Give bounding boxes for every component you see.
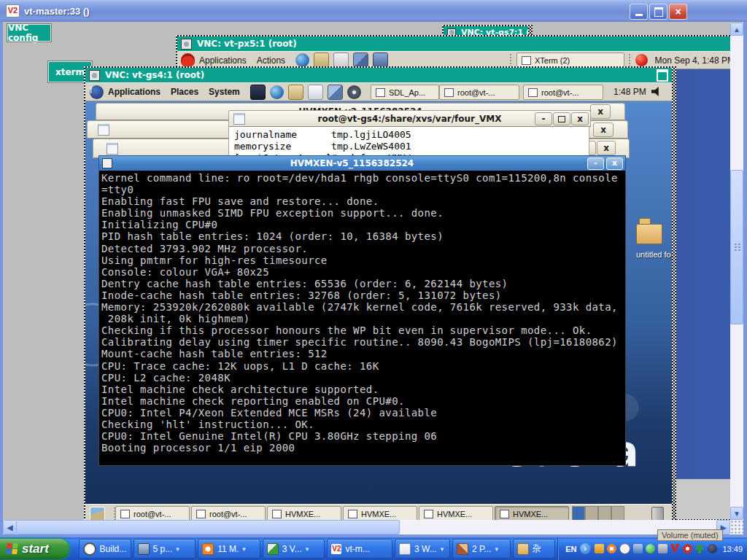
email-icon[interactable] [288, 85, 303, 100]
taskbar-item-hvmxe-2[interactable]: HVMXE... [343, 506, 417, 521]
trash-icon[interactable] [651, 507, 664, 521]
hvmxen-v2-close-button[interactable]: x [590, 104, 611, 119]
task-window-icon [376, 88, 385, 97]
vertical-scrollbar[interactable]: ▲ ▼ [730, 23, 743, 520]
taskbar-button-3w[interactable]: 3 W... ▾ [395, 539, 450, 559]
taskbar-button-folder[interactable]: 杂 [513, 539, 556, 559]
vnc-px5-titlebar[interactable]: VNC: vt-px5:1 (root) [177, 36, 735, 51]
gs4-task-root-2[interactable]: root@vt-... [523, 85, 603, 100]
redhat-menu-icon[interactable] [181, 53, 195, 67]
hide-icons-chevron[interactable]: › [580, 543, 591, 554]
mail-tray-icon[interactable] [595, 544, 604, 553]
scroll-down-button[interactable]: ▼ [730, 507, 743, 520]
clock-tray-icon[interactable] [607, 544, 616, 553]
four-vmx-maximize-button[interactable] [553, 112, 570, 125]
folder-tool-icon[interactable] [373, 52, 388, 68]
gs4-clock[interactable]: 1:48 PM [614, 87, 646, 97]
antivirus-v-tray-icon[interactable] [670, 544, 680, 553]
vertical-scroll-thumb[interactable] [730, 170, 743, 324]
workspace-switcher[interactable] [572, 506, 624, 521]
terminal-launcher-icon[interactable] [250, 85, 266, 100]
desktop-folder-untitled[interactable]: untitled fo [636, 218, 671, 259]
gs4-task-sdl-app[interactable]: SDL_Ap... [371, 85, 439, 100]
window-b-close-button[interactable]: x [593, 122, 614, 137]
gs4-menu-applications[interactable]: Applications [108, 87, 160, 97]
start-button[interactable]: start [0, 539, 69, 559]
vnc-gs4-titlebar[interactable]: VNC: vt-gs4:1 (root) [85, 68, 672, 82]
window-c-close-button[interactable]: x [597, 141, 616, 155]
green-ball-tray-icon[interactable] [646, 544, 655, 553]
taskbar-item-hvmxe-1[interactable]: HVMXE... [267, 506, 341, 521]
vnc-gs4-window[interactable]: VNC: vt-gs4:1 (root) f Applications Plac… [84, 66, 676, 527]
writer-icon[interactable] [308, 85, 323, 100]
terminal-body[interactable]: Kernel command line: ro root=/dev/hda1 r… [98, 171, 626, 466]
resize-grip[interactable] [730, 520, 743, 534]
taskbar-button-5p[interactable]: 5 p... ▾ [133, 539, 196, 559]
terminal-close-button[interactable]: x [606, 158, 623, 170]
workspace-4[interactable] [611, 506, 624, 521]
close-button[interactable]: × [669, 4, 687, 20]
volume-muted-icon[interactable] [651, 87, 661, 96]
email-icon[interactable] [314, 52, 329, 68]
minimize-button[interactable] [630, 4, 648, 20]
safely-remove-tray-icon[interactable] [695, 544, 705, 553]
screenshot-icon[interactable] [328, 85, 343, 100]
maximize-button[interactable] [649, 4, 667, 20]
web-browser-icon[interactable] [270, 85, 284, 99]
scroll-left-button[interactable]: ◀ [3, 520, 17, 534]
taskbar-button-11m[interactable]: 11 M. ▾ [198, 539, 260, 559]
restore-icon[interactable] [657, 69, 668, 82]
taskbar-item-hvmxe-3[interactable]: HVMXE... [419, 506, 493, 521]
web-browser-icon[interactable] [295, 53, 309, 67]
taskbar-button-vt-master[interactable]: V2 vt-m... [327, 539, 392, 559]
taskbar-item-root-2[interactable]: root@vt-... [191, 506, 266, 521]
terminal-minimize-button[interactable]: - [587, 158, 604, 170]
terminal-titlebar[interactable]: HVMXEN-v5_1156382524 - x [98, 155, 626, 171]
users-tray-icon[interactable] [633, 544, 643, 553]
gs4-menu-places[interactable]: Places [171, 87, 198, 97]
m-circle-tray-icon[interactable] [619, 543, 630, 554]
panel-handle[interactable] [628, 53, 632, 68]
hvmxen-v5-terminal-window[interactable]: HVMXEN-v5_1156382524 - x Kernel command … [98, 155, 626, 466]
redhat-alert-icon[interactable] [635, 54, 648, 66]
task-label: HVMXE... [513, 510, 548, 518]
printer-tray-icon[interactable] [658, 544, 667, 553]
m-circle-icon [83, 542, 96, 556]
cd-icon[interactable] [347, 85, 361, 99]
gs4-menu-system[interactable]: System [209, 87, 240, 97]
language-indicator[interactable]: EN [565, 545, 576, 553]
four-vmx-window[interactable]: root@vt-gs4:/share/xvs/var/four_VMX - x … [228, 110, 591, 158]
taskbar-button-build[interactable]: Build... [79, 539, 131, 559]
taskbar-item-root-1[interactable]: root@vt-... [115, 506, 190, 521]
px5-menu-actions[interactable]: Actions [257, 55, 285, 66]
four-vmx-minimize-button[interactable]: - [535, 112, 552, 125]
taskbar-button-2p[interactable]: 2 P... ▾ [452, 539, 511, 559]
window-border-left [0, 22, 3, 534]
workspace-3[interactable] [598, 506, 611, 521]
vim-icon [267, 543, 279, 555]
workspace-2[interactable] [585, 506, 598, 521]
fedora-menu-icon[interactable]: f [90, 85, 104, 99]
px5-menu-applications[interactable]: Applications [199, 55, 247, 66]
px5-task-xterm[interactable]: XTerm (2) [516, 52, 624, 68]
gs4-task-root-1[interactable]: root@vt-... [439, 85, 519, 100]
workspace-1-active[interactable] [572, 506, 585, 521]
taskbar-item-hvmxe-4-active[interactable]: HVMXE... [495, 506, 569, 521]
taskbar-button-3v[interactable]: 3 V... ▾ [263, 539, 325, 559]
volume-muted-tray-icon[interactable] [683, 544, 692, 553]
panel-handle[interactable] [509, 53, 513, 68]
printer-icon[interactable] [333, 52, 349, 68]
task-window-icon [348, 510, 357, 518]
scroll-up-button[interactable]: ▲ [730, 23, 743, 36]
horizontal-scroll-thumb[interactable] [16, 520, 400, 534]
window-title: vt-master:33 () [24, 6, 90, 17]
px5-clock[interactable]: Mon Sep 4, 1:48 PM [655, 55, 735, 66]
window-titlebar[interactable]: V2 vt-master:33 () × [0, 0, 747, 22]
tray-clock[interactable]: 13:49 [723, 545, 743, 553]
time-sync-tray-icon[interactable] [708, 544, 717, 553]
four-vmx-close-button[interactable]: x [571, 112, 589, 125]
screens-icon[interactable] [353, 52, 368, 68]
vnc-config-button[interactable]: VNC config [7, 24, 51, 42]
four-vmx-titlebar[interactable]: root@vt-gs4:/share/xvs/var/four_VMX - x [228, 110, 591, 127]
horizontal-scrollbar[interactable]: ◀ ▶ [3, 520, 730, 534]
